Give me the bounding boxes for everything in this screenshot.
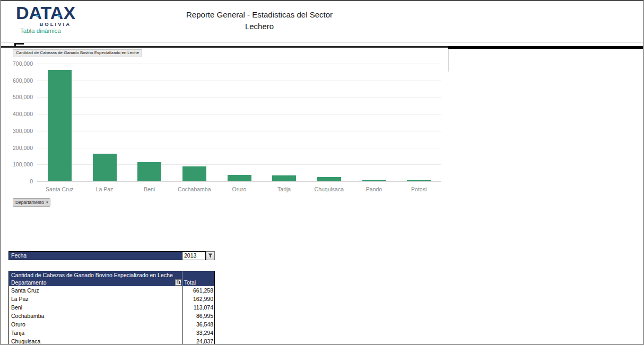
department-cell[interactable]: Santa Cruz: [9, 286, 182, 295]
table-row: Cochabamba86,995: [9, 312, 214, 320]
departamento-header-label: Departamento: [11, 279, 47, 286]
bar-pando: [362, 180, 386, 181]
y-axis-tick-label: 300,000: [13, 128, 33, 134]
bar-la-paz: [93, 154, 117, 181]
pivot-header-row: Departamento Total: [9, 279, 214, 286]
x-axis-label: Chuquisaca: [307, 186, 352, 192]
departamento-header-cell: Departamento: [9, 279, 182, 286]
header-hairline: [1, 42, 643, 43]
spreadsheet-report: DATAX BOLIVIA Tabla dinámica Reporte Gen…: [0, 0, 644, 345]
total-cell[interactable]: 36,548: [182, 320, 214, 329]
department-cell[interactable]: La Paz: [9, 295, 182, 303]
pivot-body: Santa Cruz661,258La Paz162,990Beni113,07…: [9, 286, 214, 345]
report-title-line2: Lechero: [153, 21, 365, 32]
total-cell[interactable]: 162,990: [182, 295, 214, 303]
fecha-label-cell: Fecha: [8, 251, 182, 260]
y-axis-tick-label: 400,000: [13, 111, 33, 117]
pivot-title-row: Cantidad de Cabezas de Ganado Bovino Esp…: [9, 271, 214, 279]
total-cell[interactable]: 113,074: [182, 303, 214, 312]
total-cell[interactable]: 86,995: [182, 312, 214, 320]
sort-filter-button[interactable]: [175, 279, 181, 286]
bar-oruro: [228, 175, 251, 181]
table-row: Chuquisaca24,837: [9, 337, 214, 345]
y-axis-tick-label: 700,000: [13, 60, 33, 67]
sheet-right-edge: [448, 49, 449, 72]
departamento-field-button[interactable]: Departamento ▾: [13, 198, 50, 207]
y-axis-tick-label: 500,000: [13, 94, 33, 100]
bar-potosi: [407, 180, 431, 181]
y-axis: 700,000600,000500,000400,000300,000200,0…: [1, 64, 33, 181]
total-cell[interactable]: 24,837: [182, 337, 214, 345]
department-cell[interactable]: Chuquisaca: [9, 337, 182, 345]
y-axis-tick-label: 200,000: [13, 145, 33, 151]
chart-value-field-button[interactable]: Cantidad de Cabezas de Ganado Bovino Esp…: [13, 49, 142, 57]
bar-santa-cruz: [48, 70, 72, 181]
header-divider-right: [448, 46, 644, 49]
report-title-line1: Reporte General - Estadisticas del Secto…: [153, 9, 365, 21]
corner-mark: [14, 43, 16, 47]
x-axis-label: Pando: [352, 186, 397, 192]
department-cell[interactable]: Oruro: [9, 320, 182, 329]
pivot-title-cell: Cantidad de Cabezas de Ganado Bovino Esp…: [9, 271, 182, 279]
x-axis-label: La Paz: [82, 186, 127, 192]
table-row: Oruro36,548: [9, 320, 214, 329]
sort-descending-icon: [176, 280, 181, 285]
department-cell[interactable]: Tarija: [9, 329, 182, 337]
table-row: La Paz162,990: [9, 295, 214, 303]
bars: [37, 64, 441, 181]
department-cell[interactable]: Cochabamba: [9, 312, 182, 320]
x-axis-label: Beni: [127, 186, 172, 192]
bar-tarija: [272, 175, 296, 181]
pivot-title-spacer-cell: [182, 271, 214, 279]
report-title: Reporte General - Estadisticas del Secto…: [153, 9, 365, 32]
fecha-value-cell[interactable]: 2013: [182, 251, 206, 260]
y-axis-tick-label: 0: [30, 178, 33, 184]
logo-accent-icon: [35, 15, 39, 17]
x-axis-label: Cochabamba: [172, 186, 217, 192]
total-header-cell: Total: [182, 279, 214, 286]
table-row: Santa Cruz661,258: [9, 286, 214, 295]
bar-cochabamba: [182, 166, 206, 181]
chevron-down-icon: ▾: [46, 199, 48, 206]
total-cell[interactable]: 661,258: [182, 286, 214, 295]
x-axis-label: Oruro: [217, 186, 262, 192]
department-cell[interactable]: Beni: [9, 303, 182, 312]
report-header: DATAX BOLIVIA Tabla dinámica Reporte Gen…: [1, 1, 643, 46]
fecha-filter-dropdown-button[interactable]: [206, 251, 215, 260]
x-axis-label: Santa Cruz: [37, 186, 82, 192]
logo-brand-text: DATAX: [16, 3, 80, 22]
logo-tagline: Tabla dinámica: [20, 28, 61, 34]
gridline: [37, 181, 441, 182]
table-row: Beni113,074: [9, 303, 214, 312]
total-cell[interactable]: 33,294: [182, 329, 214, 337]
departamento-field-label: Departamento: [15, 199, 44, 206]
bar-chuquisaca: [317, 177, 341, 181]
pivot-table: Cantidad de Cabezas de Ganado Bovino Esp…: [8, 271, 215, 345]
bar-beni: [137, 162, 161, 181]
logo-accent-icon: [57, 15, 61, 17]
x-axis-label: Tarija: [262, 186, 307, 192]
table-row: Tarija33,294: [9, 329, 214, 337]
x-axis-label: Potosi: [396, 186, 441, 192]
y-axis-tick-label: 600,000: [13, 77, 33, 84]
filter-funnel-icon: [207, 253, 213, 259]
x-axis: Santa CruzLa PazBeniCochabambaOruroTarij…: [37, 186, 441, 193]
y-axis-tick-label: 100,000: [13, 161, 33, 167]
